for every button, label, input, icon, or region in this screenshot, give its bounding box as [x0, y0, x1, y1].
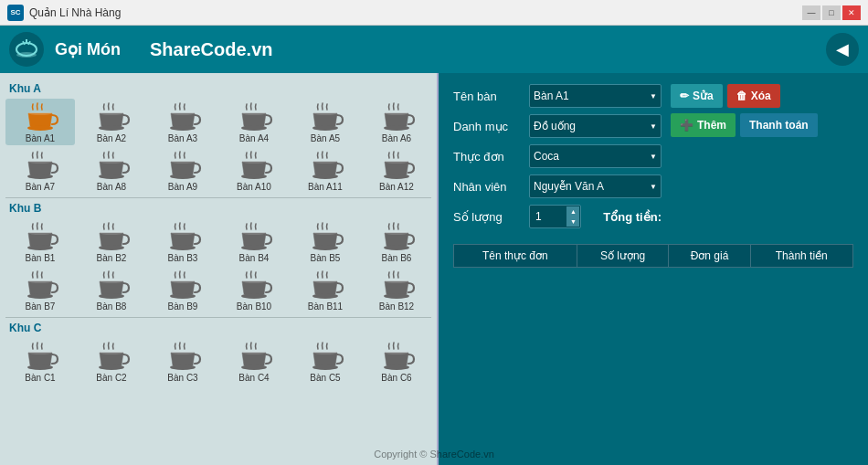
action-buttons: ✏ Sửa 🗑 Xóa ➕ Thêm Thanh toán	[671, 84, 853, 235]
table-item[interactable]: Bàn C4	[219, 338, 289, 385]
table-item[interactable]: Bàn B1	[5, 218, 75, 265]
svg-point-49	[312, 293, 338, 299]
table-name: Bàn C6	[381, 373, 411, 383]
svg-point-36	[242, 231, 266, 235]
table-item[interactable]: Bàn B5	[291, 218, 360, 265]
svg-point-37	[312, 245, 338, 250]
table-item[interactable]: Bàn A1	[5, 99, 75, 145]
table-list-panel: Khu A Bàn A1 Bàn A2	[0, 73, 439, 465]
ten-ban-row: Tên bàn Bàn A1	[453, 84, 662, 108]
table-item[interactable]: Bàn B4	[219, 218, 289, 265]
svg-point-54	[28, 351, 52, 354]
table-item[interactable]: Bàn A12	[362, 147, 431, 194]
table-item[interactable]: Bàn B8	[77, 267, 146, 313]
svg-point-14	[313, 111, 337, 115]
zone-label-khu-b: Khu B	[9, 202, 431, 215]
svg-point-13	[312, 125, 338, 131]
svg-point-39	[384, 245, 409, 250]
table-name: Bàn C4	[238, 373, 269, 383]
table-item[interactable]: Bàn B7	[5, 267, 75, 313]
table-item[interactable]: Bàn A4	[219, 99, 289, 145]
titlebar-left: SC Quản Lí Nhà Hàng	[7, 5, 121, 21]
thanhtoan-button[interactable]: Thanh toán	[740, 113, 818, 137]
table-header: Tên thực đơn Số lượng Đơn giá Thành tiền	[454, 245, 853, 268]
main-content: Khu A Bàn A1 Bàn A2	[0, 73, 868, 465]
them-button[interactable]: ➕ Thêm	[671, 113, 736, 137]
table-item[interactable]: Bàn C2	[77, 338, 146, 385]
table-name: Bàn B2	[97, 253, 127, 263]
svg-point-43	[99, 293, 124, 299]
table-name: Bàn C2	[96, 373, 126, 383]
table-name: Bàn B10	[237, 301, 271, 312]
table-item[interactable]: Bàn B6	[362, 218, 431, 265]
back-button[interactable]: ◀	[826, 33, 859, 66]
table-item[interactable]: Bàn B12	[362, 267, 431, 313]
table-name: Bàn C5	[310, 373, 340, 383]
table-item[interactable]: Bàn A11	[291, 147, 360, 194]
plate-icon	[14, 37, 39, 62]
svg-point-31	[99, 245, 124, 250]
table-item[interactable]: Bàn B10	[219, 267, 289, 313]
table-item[interactable]: Bàn A6	[362, 99, 431, 145]
decrement-button[interactable]: ▼	[566, 217, 579, 227]
table-item[interactable]: Bàn A3	[148, 99, 217, 145]
ten-ban-select[interactable]: Bàn A1	[529, 84, 662, 108]
svg-point-52	[385, 280, 408, 283]
svg-point-26	[313, 160, 337, 164]
table-name: Bàn A3	[168, 133, 197, 143]
svg-point-28	[385, 160, 408, 164]
table-item[interactable]: Bàn A10	[219, 147, 289, 194]
table-name: Bàn A4	[239, 133, 269, 143]
thuc-don-select[interactable]: Coca	[529, 144, 662, 168]
table-item[interactable]: Bàn A2	[77, 99, 146, 145]
table-item[interactable]: Bàn B11	[291, 267, 360, 313]
svg-point-64	[385, 351, 408, 354]
table-item[interactable]: Bàn B3	[148, 218, 217, 265]
table-name: Bàn B3	[168, 253, 198, 263]
zone-label-khu-c: Khu C	[9, 322, 431, 334]
table-name: Bàn A12	[379, 182, 414, 192]
svg-point-34	[171, 231, 195, 235]
increment-button[interactable]: ▲	[566, 206, 579, 217]
table-item[interactable]: Bàn A7	[5, 147, 75, 194]
so-luong-label: Số lượng	[453, 210, 522, 224]
table-item[interactable]: Bàn B2	[77, 218, 146, 265]
edit-delete-row: ✏ Sửa 🗑 Xóa	[671, 84, 853, 108]
ten-ban-select-wrapper: Bàn A1	[529, 84, 662, 108]
table-item[interactable]: Bàn C3	[148, 338, 217, 385]
danh-muc-label: Danh mục	[453, 120, 522, 133]
table-name: Bàn B8	[97, 301, 127, 312]
tong-tien-label: Tổng tiền:	[603, 210, 662, 224]
table-item[interactable]: Bàn A8	[77, 147, 146, 194]
svg-point-60	[242, 351, 266, 354]
svg-point-22	[171, 160, 195, 164]
table-item[interactable]: Bàn A9	[148, 147, 217, 194]
svg-point-56	[100, 351, 123, 354]
table-item[interactable]: Bàn C5	[291, 338, 360, 385]
so-luong-row: Số lượng ▲ ▼ Tổng tiền:	[453, 205, 662, 228]
close-button[interactable]: ✕	[842, 5, 861, 20]
danh-muc-select-wrapper: Đồ uống	[529, 114, 662, 138]
table-item[interactable]: Bàn C1	[5, 338, 75, 385]
header-title: Gọi Món	[55, 39, 121, 59]
sua-button[interactable]: ✏ Sửa	[671, 84, 723, 108]
minimize-button[interactable]: —	[802, 5, 820, 20]
svg-point-24	[242, 160, 266, 164]
danh-muc-select[interactable]: Đồ uống	[529, 114, 662, 138]
svg-point-53	[27, 365, 53, 370]
nhan-vien-select[interactable]: Nguyễn Văn A	[529, 174, 662, 198]
table-name: Bàn A11	[308, 182, 343, 192]
delete-icon: 🗑	[736, 90, 747, 102]
window-controls: — □ ✕	[802, 5, 861, 20]
svg-point-47	[241, 293, 267, 299]
table-item[interactable]: Bàn C6	[362, 338, 431, 385]
table-item[interactable]: Bàn B9	[148, 267, 217, 313]
table-name: Bàn B5	[311, 253, 341, 263]
danh-muc-row: Danh mục Đồ uống	[453, 114, 662, 138]
svg-point-35	[241, 245, 267, 250]
table-grid-2: Bàn C1 Bàn C2 Bàn C3	[5, 338, 431, 385]
maximize-button[interactable]: □	[822, 5, 841, 20]
xoa-button[interactable]: 🗑 Xóa	[727, 84, 780, 108]
table-item[interactable]: Bàn A5	[291, 99, 360, 145]
ten-ban-label: Tên bàn	[453, 90, 522, 103]
